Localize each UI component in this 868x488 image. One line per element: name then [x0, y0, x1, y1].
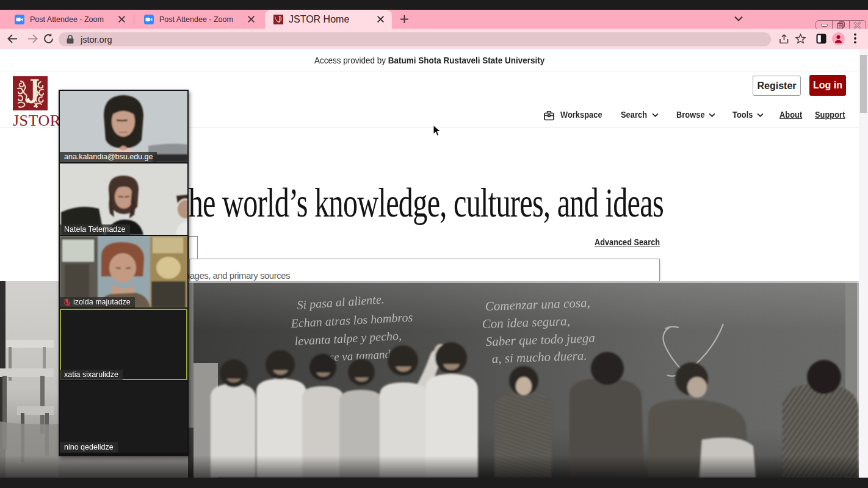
svg-text:Con idea segura,: Con idea segura, [482, 314, 570, 331]
